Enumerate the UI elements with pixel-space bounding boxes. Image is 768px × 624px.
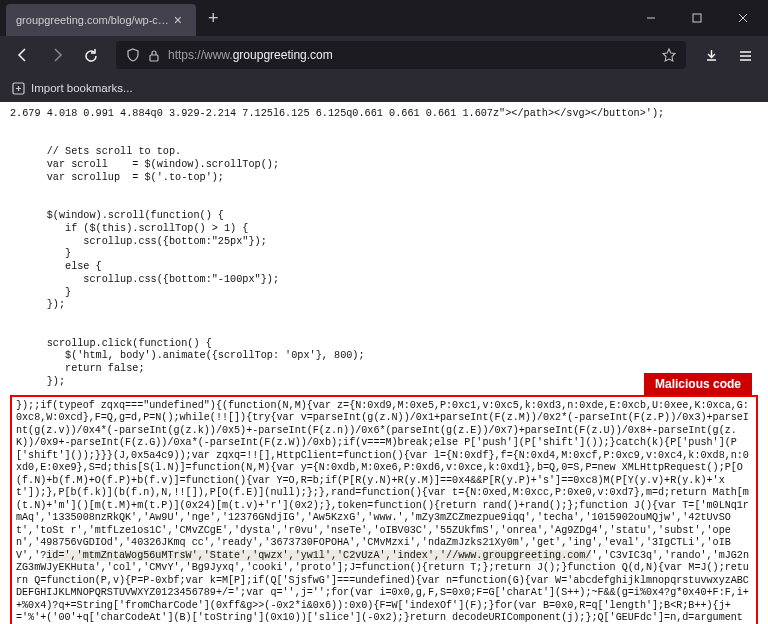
mal-highlight-url: '//www.groupgreeting.com/: [440, 550, 591, 561]
svg-rect-4: [150, 55, 158, 61]
minimize-button[interactable]: [628, 0, 674, 36]
maximize-button[interactable]: [674, 0, 720, 36]
malicious-code-label: Malicious code: [644, 373, 752, 395]
import-bookmarks-icon: [12, 82, 25, 95]
bookmark-toolbar: Import bookmarks...: [0, 74, 768, 102]
malicious-code-box: });;if(typeof zqxq==="undefined"){(funct…: [10, 395, 758, 625]
browser-window: groupgreeting.com/blog/wp-conte × +: [0, 0, 768, 624]
import-bookmarks-link[interactable]: Import bookmarks...: [31, 82, 133, 94]
reload-button[interactable]: [76, 40, 106, 70]
page-content: 2.679 4.018 0.991 4.884q0 3.929-2.214 7.…: [0, 102, 768, 624]
lock-icon[interactable]: [148, 49, 160, 62]
url-prefix: https://www.: [168, 48, 233, 62]
titlebar: groupgreeting.com/blog/wp-conte × +: [0, 0, 768, 36]
back-button[interactable]: [8, 40, 38, 70]
new-tab-button[interactable]: +: [196, 8, 231, 29]
tab-close-icon[interactable]: ×: [170, 12, 186, 28]
url-domain: groupgreeting.com: [233, 48, 333, 62]
address-bar[interactable]: https://www.groupgreeting.com: [116, 41, 686, 69]
mal-part-1: });;if(typeof zqxq==="undefined"){(funct…: [16, 400, 749, 561]
malicious-code: });;if(typeof zqxq==="undefined"){(funct…: [16, 400, 752, 625]
source-code-top: 2.679 4.018 0.991 4.884q0 3.929-2.214 7.…: [10, 108, 758, 389]
shield-icon[interactable]: [126, 48, 140, 62]
url-text: https://www.groupgreeting.com: [168, 48, 333, 62]
close-window-button[interactable]: [720, 0, 766, 36]
forward-button[interactable]: [42, 40, 72, 70]
svg-rect-1: [693, 14, 701, 22]
nav-toolbar: https://www.groupgreeting.com: [0, 36, 768, 74]
window-controls: [628, 0, 768, 36]
mal-highlight-1: id=','mtmZntaWog56uMTrsW','State','qwzx'…: [46, 550, 440, 561]
app-menu-button[interactable]: [730, 40, 760, 70]
download-button[interactable]: [696, 40, 726, 70]
bookmark-star-icon[interactable]: [662, 48, 676, 62]
browser-tab[interactable]: groupgreeting.com/blog/wp-conte ×: [6, 4, 196, 36]
malicious-section: Malicious code });;if(typeof zqxq==="und…: [10, 395, 758, 625]
tab-title: groupgreeting.com/blog/wp-conte: [16, 14, 170, 26]
